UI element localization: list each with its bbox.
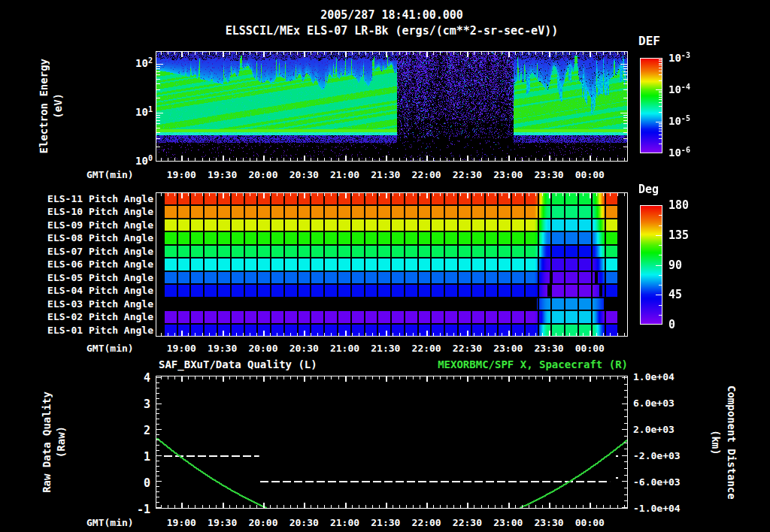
pitch-row-label: ELS-01 Pitch Angle	[44, 325, 153, 336]
deg-colorbar-tick-label: 90	[668, 258, 682, 272]
time-tick-label: 21:30	[366, 343, 405, 354]
time-tick-label: 20:00	[244, 343, 283, 354]
time-tick-label: 19:00	[162, 343, 201, 354]
time-tick-label: 19:00	[162, 169, 201, 180]
time-tick-label: 00:00	[570, 169, 609, 180]
pitch-row-label: ELS-04 Pitch Angle	[44, 285, 153, 296]
time-tick-label: 00:00	[570, 343, 609, 354]
cb-tick-base: 10	[668, 52, 681, 64]
spectrogram-ytick: 100	[111, 155, 153, 167]
pitch-row-label: ELS-03 Pitch Angle	[44, 298, 153, 310]
time-tick-label: 22:30	[447, 169, 487, 180]
def-colorbar-canvas	[640, 58, 662, 153]
deg-colorbar-tick-label: 45	[668, 288, 682, 301]
spectrogram-ylabel-text: Electron Energy	[38, 59, 50, 153]
quality-ytick-label: 0	[119, 476, 150, 490]
time-tick-label: 21:00	[326, 517, 365, 528]
time-tick-label: 22:30	[447, 517, 487, 528]
time-tick-label: 19:30	[203, 517, 242, 528]
def-colorbar-tick: 10-4	[668, 83, 690, 95]
cb-tick-exp: -4	[681, 83, 690, 91]
deg-colorbar-tick-label: 0	[668, 318, 675, 331]
time-tick-label: 23:30	[529, 343, 568, 354]
ytick-exp: 1	[148, 105, 153, 113]
time-tick-label: 23:00	[489, 343, 528, 354]
plot-title: ELSSCIL/MEx ELS-07 LR-Bk (ergs/(cm**2-sr…	[118, 24, 665, 38]
energy-spectrogram-canvas	[156, 51, 628, 162]
plot-datetime: 2005/287 18:41:00.000	[156, 8, 628, 22]
quality-ylabel-text: Raw Data Quality	[41, 391, 53, 493]
quality-distance-canvas	[156, 376, 628, 509]
time-tick-label: 20:00	[244, 517, 283, 528]
def-colorbar-tick: 10-5	[668, 115, 690, 127]
time-tick-label: 22:00	[407, 517, 446, 528]
spectrogram-ylabel: Electron Energy (eV)	[38, 50, 64, 162]
pitch-row-label: ELS-06 Pitch Angle	[44, 258, 153, 270]
time-tick-label: 22:30	[447, 343, 487, 354]
time-tick-label: 19:30	[203, 343, 242, 354]
distance-ytick-label: 2.0e+03	[633, 424, 696, 435]
quality-ytick-label: 2	[119, 424, 150, 437]
def-colorbar-tick: 10-3	[668, 52, 690, 64]
spectrogram-ylabel-units: (eV)	[52, 93, 64, 119]
time-tick-label: 23:30	[529, 517, 568, 528]
pitch-row-label: ELS-02 Pitch Angle	[44, 311, 153, 322]
time-tick-label: 00:00	[570, 517, 609, 528]
distance-ylabel: (km) Component Distance	[710, 376, 738, 509]
deg-colorbar-title: Deg	[638, 183, 659, 196]
bottom-right-series-title: MEXORBMC/SPF X, Spacecraft (R)	[301, 358, 628, 370]
pitch-angle-canvas	[156, 192, 628, 337]
time-tick-label: 21:00	[326, 343, 365, 354]
gmt-label-top: GMT(min)	[86, 169, 134, 180]
ytick-base: 10	[135, 155, 148, 167]
pitch-row-label: ELS-07 Pitch Angle	[44, 246, 153, 257]
ytick-exp: 2	[148, 56, 153, 65]
spectrogram-ytick: 102	[111, 57, 153, 69]
quality-ytick-label: 3	[119, 397, 150, 411]
spectrogram-ytick: 101	[111, 106, 153, 118]
deg-colorbar-canvas	[640, 205, 662, 325]
time-tick-label: 19:30	[203, 169, 242, 180]
ytick-exp: 0	[148, 154, 153, 162]
gmt-label-middle: GMT(min)	[86, 343, 134, 354]
time-tick-label: 20:30	[284, 169, 323, 180]
quality-ylabel: Raw Data Quality (Raw)	[41, 376, 67, 509]
pitch-row-label: ELS-09 Pitch Angle	[44, 219, 153, 231]
def-colorbar-tick: 10-6	[668, 147, 690, 159]
deg-colorbar-tick-label: 180	[668, 198, 689, 212]
gmt-label-bottom: GMT(min)	[86, 517, 134, 528]
time-tick-label: 22:00	[407, 343, 446, 354]
cb-tick-exp: -5	[681, 114, 690, 122]
pitch-row-label: ELS-11 Pitch Angle	[44, 193, 153, 204]
distance-ylabel-text: Component Distance	[726, 385, 738, 500]
distance-ytick-label: -1.0e+04	[633, 503, 696, 514]
deg-colorbar-tick-label: 135	[668, 228, 689, 242]
pitch-row-label: ELS-10 Pitch Angle	[44, 206, 153, 217]
cb-tick-exp: -6	[681, 146, 690, 154]
ytick-base: 10	[135, 57, 148, 69]
time-tick-label: 19:00	[162, 517, 201, 528]
time-tick-label: 23:00	[489, 517, 528, 528]
time-tick-label: 20:00	[244, 169, 283, 180]
time-tick-label: 21:30	[366, 169, 405, 180]
time-tick-label: 20:30	[284, 343, 323, 354]
quality-ytick-label: 4	[119, 371, 150, 385]
distance-ytick-label: -2.0e+03	[633, 450, 696, 461]
time-tick-label: 22:00	[407, 169, 446, 180]
quality-ytick-label: -1	[119, 503, 150, 516]
distance-ytick-label: 1.0e+04	[633, 371, 696, 382]
quality-ylabel-units: (Raw)	[55, 426, 67, 458]
bottom-left-series-title: SAF_BXuT/Data Quality (L)	[159, 358, 317, 370]
cb-tick-base: 10	[668, 115, 681, 127]
def-colorbar-title: DEF	[638, 34, 660, 48]
time-tick-label: 20:30	[284, 517, 323, 528]
plot-viewer: 2005/287 18:41:00.000 ELSSCIL/MEx ELS-07…	[0, 0, 770, 532]
time-tick-label: 23:30	[529, 169, 568, 180]
time-tick-label: 21:00	[326, 169, 365, 180]
distance-ytick-label: 6.0e+03	[633, 397, 696, 409]
pitch-row-label: ELS-08 Pitch Angle	[44, 232, 153, 243]
distance-ylabel-units: (km)	[710, 430, 722, 455]
time-tick-label: 21:30	[366, 517, 405, 528]
time-tick-label: 23:00	[489, 169, 528, 180]
ytick-base: 10	[135, 106, 148, 118]
